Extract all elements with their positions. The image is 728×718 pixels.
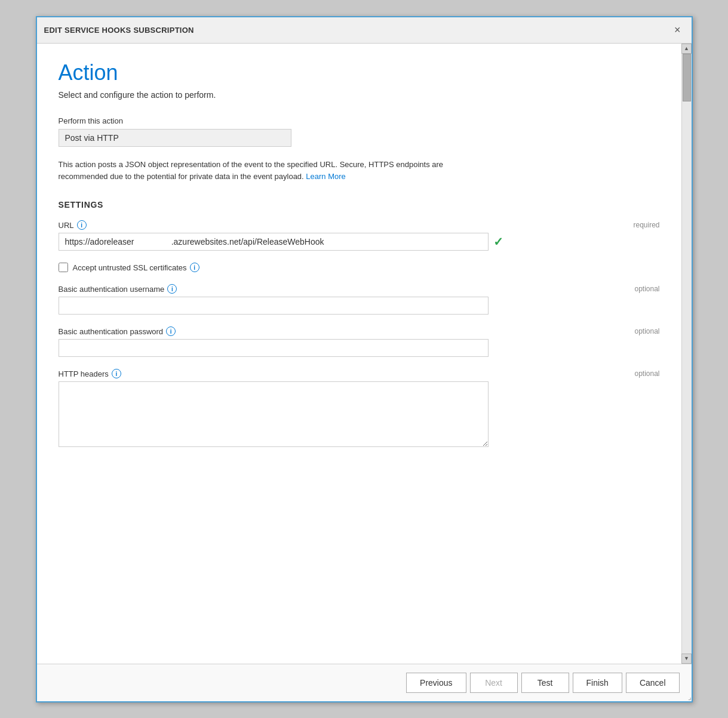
next-button[interactable]: Next [470, 673, 518, 693]
dialog-body: Action Select and configure the action t… [37, 44, 692, 664]
url-input[interactable] [59, 233, 489, 251]
password-input[interactable] [59, 339, 489, 357]
url-info-icon[interactable]: i [77, 220, 87, 230]
password-label-text: Basic authentication password [59, 327, 164, 336]
headers-label-text: HTTP headers [59, 369, 109, 378]
username-field-group: Basic authentication username i optional [59, 284, 660, 315]
scroll-thumb[interactable] [683, 54, 691, 101]
password-info-icon[interactable]: i [166, 326, 176, 336]
ssl-info-icon[interactable]: i [190, 263, 199, 272]
url-label-text: URL [59, 221, 74, 230]
perform-label: Perform this action [59, 116, 660, 125]
dialog-footer: Previous Next Test Finish Cancel [37, 664, 692, 701]
password-label-row: Basic authentication password i optional [59, 326, 660, 336]
url-label-row: URL i required [59, 220, 660, 230]
learn-more-link[interactable]: Learn More [306, 172, 345, 181]
username-info-icon[interactable]: i [167, 284, 177, 294]
headers-optional-tag: optional [634, 369, 659, 378]
content-area: Action Select and configure the action t… [37, 44, 681, 664]
headers-label: HTTP headers i [59, 369, 121, 378]
ssl-label-text: Accept untrusted SSL certificates [73, 263, 187, 272]
action-field-group: Perform this action Post via HTTP [59, 116, 660, 147]
url-field-wrapper: ✓ [59, 233, 660, 251]
username-label: Basic authentication username i [59, 284, 177, 294]
url-valid-icon: ✓ [493, 235, 503, 249]
password-field-group: Basic authentication password i optional [59, 326, 660, 357]
url-required-tag: required [633, 221, 659, 229]
scroll-track[interactable] [682, 54, 692, 654]
headers-label-row: HTTP headers i optional [59, 369, 660, 378]
dialog-title: EDIT SERVICE HOOKS SUBSCRIPTION [44, 26, 194, 35]
username-optional-tag: optional [634, 285, 659, 293]
username-input[interactable] [59, 297, 489, 315]
scroll-up-arrow[interactable]: ▲ [681, 44, 692, 54]
page-heading: Action [59, 60, 660, 85]
headers-textarea[interactable] [59, 381, 489, 447]
page-subtitle: Select and configure the action to perfo… [59, 90, 660, 100]
test-button[interactable]: Test [521, 673, 569, 693]
action-description: This action posts a JSON object represen… [59, 159, 489, 184]
username-label-row: Basic authentication username i optional [59, 284, 660, 294]
password-optional-tag: optional [634, 327, 659, 335]
edit-dialog: EDIT SERVICE HOOKS SUBSCRIPTION × Action… [36, 16, 693, 702]
cancel-button[interactable]: Cancel [626, 673, 680, 693]
url-label: URL i [59, 220, 87, 230]
resize-handle[interactable]: ⌟ [683, 693, 692, 701]
username-label-text: Basic authentication username [59, 285, 165, 294]
dialog-titlebar: EDIT SERVICE HOOKS SUBSCRIPTION × [37, 17, 692, 44]
headers-field-group: HTTP headers i optional [59, 369, 660, 449]
finish-button[interactable]: Finish [573, 673, 622, 693]
settings-heading: SETTINGS [59, 200, 660, 209]
previous-button[interactable]: Previous [406, 673, 466, 693]
action-description-text: This action posts a JSON object represen… [59, 160, 444, 181]
ssl-label[interactable]: Accept untrusted SSL certificates i [73, 263, 199, 272]
ssl-checkbox-row: Accept untrusted SSL certificates i [59, 263, 660, 272]
password-label: Basic authentication password i [59, 326, 176, 336]
action-select-display: Post via HTTP [59, 129, 291, 147]
close-button[interactable]: × [671, 23, 684, 36]
headers-info-icon[interactable]: i [112, 369, 121, 378]
scrollbar: ▲ ▼ [681, 44, 692, 664]
url-field-group: URL i required ✓ [59, 220, 660, 251]
scroll-down-arrow[interactable]: ▼ [681, 654, 692, 664]
ssl-checkbox[interactable] [59, 263, 68, 272]
